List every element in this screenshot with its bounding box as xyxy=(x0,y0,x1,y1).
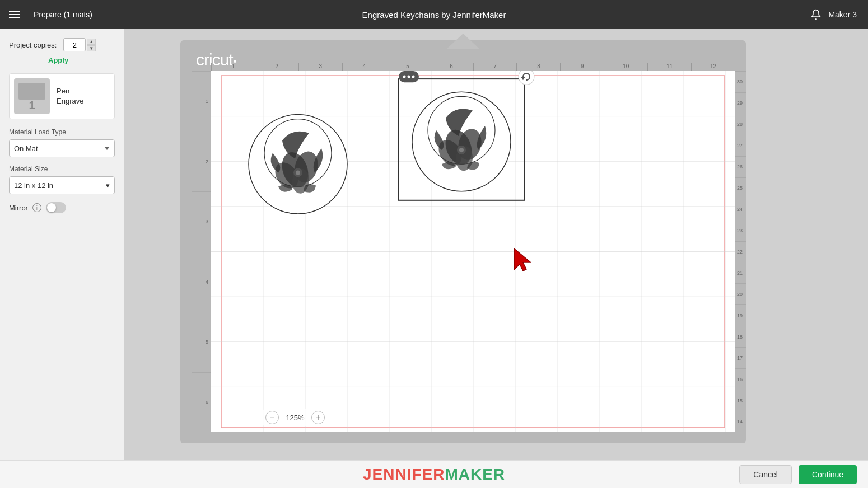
mirror-label: Mirror xyxy=(9,204,28,212)
logo-maker: MAKER xyxy=(445,466,505,483)
grid-svg xyxy=(211,71,735,432)
top-bar-right: Maker 3 xyxy=(810,9,868,20)
ruler-right-25: 25 xyxy=(734,177,746,199)
ruler-mark-9: 9 xyxy=(560,63,604,71)
cancel-button[interactable]: Cancel xyxy=(739,465,792,484)
copies-input[interactable] xyxy=(63,38,86,51)
bottom-bar: JENNIFERMAKER Cancel Continue xyxy=(0,460,868,488)
project-copies-label: Project copies: xyxy=(9,41,57,49)
hamburger-icon xyxy=(9,10,20,20)
mat-preview: 1 PenEngrave xyxy=(9,73,115,119)
jennifermaker-logo: JENNIFERMAKER xyxy=(363,466,505,484)
mirror-row: Mirror i xyxy=(9,202,115,213)
material-size-button[interactable]: 12 in x 12 in ▾ xyxy=(9,176,115,194)
ruler-mark-6: 6 xyxy=(430,63,473,71)
continue-button[interactable]: Continue xyxy=(799,465,857,484)
copies-up-button[interactable]: ▲ xyxy=(87,39,96,45)
project-copies-row: Project copies: ▲ ▼ xyxy=(9,38,115,51)
svg-point-36 xyxy=(459,148,464,152)
ruler-mark-12: 12 xyxy=(691,63,735,71)
ruler-right-28: 28 xyxy=(734,114,746,135)
material-size-chevron-icon: ▾ xyxy=(106,181,110,190)
ruler-mark-3: 3 xyxy=(298,63,342,71)
ruler-left-1: 1 xyxy=(192,71,211,132)
ruler-top: 1 2 3 4 5 6 7 8 9 10 11 12 xyxy=(211,57,735,71)
left-panel: Project copies: ▲ ▼ Apply 1 PenEngrave M… xyxy=(0,29,124,460)
project-title: Engraved Keychains by JenniferMaker xyxy=(362,10,506,20)
ruler-left-6: 6 xyxy=(192,372,211,433)
copies-down-button[interactable]: ▼ xyxy=(87,45,96,51)
ruler-left-5: 5 xyxy=(192,312,211,372)
svg-point-39 xyxy=(408,76,410,78)
ruler-right-14: 14 xyxy=(734,411,746,432)
zoom-in-button[interactable]: + xyxy=(311,411,325,424)
ruler-top-inner: 1 2 3 4 5 6 7 8 9 10 11 12 xyxy=(211,63,735,71)
ruler-right-24: 24 xyxy=(734,199,746,220)
ruler-right-18: 18 xyxy=(734,326,746,347)
mat-thumbnail: 1 xyxy=(14,78,50,114)
svg-point-38 xyxy=(403,76,406,78)
ruler-mark-2: 2 xyxy=(255,63,298,71)
apply-button[interactable]: Apply xyxy=(48,56,115,64)
canvas-area: cricut 1 2 3 4 5 6 7 8 9 10 11 12 1 2 3 xyxy=(124,29,868,460)
ruler-right: 30 29 28 27 26 25 24 23 22 21 20 19 18 1… xyxy=(734,71,746,432)
toggle-knob xyxy=(47,203,56,212)
ruler-mark-8: 8 xyxy=(516,63,560,71)
ruler-right-23: 23 xyxy=(734,220,746,241)
mat-thumb-mini xyxy=(18,83,45,100)
ruler-right-29: 29 xyxy=(734,92,746,114)
ruler-mark-10: 10 xyxy=(604,63,647,71)
bottom-actions: Cancel Continue xyxy=(739,465,857,484)
svg-point-27 xyxy=(296,170,300,175)
zoom-bar: − 125% + xyxy=(259,409,332,426)
ruler-right-30: 30 xyxy=(734,71,746,92)
mat-label: PenEngrave xyxy=(57,86,83,106)
window-title: Prepare (1 mats) xyxy=(34,10,92,19)
mat-top-notch xyxy=(446,34,480,49)
ruler-left-4: 4 xyxy=(192,252,211,312)
ruler-right-17: 17 xyxy=(734,347,746,368)
copies-spinners: ▲ ▼ xyxy=(87,39,96,51)
ruler-mark-5: 5 xyxy=(386,63,430,71)
ruler-left-2: 2 xyxy=(192,132,211,192)
ruler-mark-7: 7 xyxy=(473,63,517,71)
material-size-label: Material Size xyxy=(9,165,115,173)
zoom-plus-icon: + xyxy=(315,412,320,423)
ruler-right-19: 19 xyxy=(734,304,746,326)
ruler-right-26: 26 xyxy=(734,156,746,177)
ruler-mark-4: 4 xyxy=(342,63,386,71)
user-label: Maker 3 xyxy=(828,10,857,19)
ruler-mark-11: 11 xyxy=(647,63,691,71)
material-load-type-select[interactable]: On Mat Without Mat xyxy=(9,139,115,157)
menu-button[interactable] xyxy=(0,0,29,29)
ruler-right-22: 22 xyxy=(734,241,746,262)
mirror-info-icon[interactable]: i xyxy=(32,203,41,212)
copies-input-wrap: ▲ ▼ xyxy=(63,38,96,51)
ruler-right-15: 15 xyxy=(734,390,746,411)
bell-icon[interactable] xyxy=(810,9,822,20)
ruler-right-27: 27 xyxy=(734,135,746,156)
mat-container: cricut 1 2 3 4 5 6 7 8 9 10 11 12 1 2 3 xyxy=(180,40,746,443)
ruler-right-21: 21 xyxy=(734,262,746,283)
ruler-right-20: 20 xyxy=(734,283,746,304)
material-load-type-label: Material Load Type xyxy=(9,128,115,136)
ruler-mark-1: 1 xyxy=(211,63,255,71)
ruler-right-16: 16 xyxy=(734,368,746,390)
ruler-left-3: 3 xyxy=(192,191,211,252)
logo-jennifer: JENNIFER xyxy=(363,466,445,483)
mirror-toggle[interactable] xyxy=(46,202,66,213)
material-size-value: 12 in x 12 in xyxy=(14,181,53,190)
mat-grid-area xyxy=(211,71,735,432)
ruler-left: 1 2 3 4 5 6 xyxy=(192,71,211,432)
svg-point-40 xyxy=(412,76,415,78)
zoom-minus-icon: − xyxy=(269,412,274,423)
zoom-out-button[interactable]: − xyxy=(265,411,279,424)
mat-thumb-number: 1 xyxy=(29,99,35,112)
zoom-level: 125% xyxy=(283,414,307,422)
top-bar: Prepare (1 mats) Engraved Keychains by J… xyxy=(0,0,868,29)
